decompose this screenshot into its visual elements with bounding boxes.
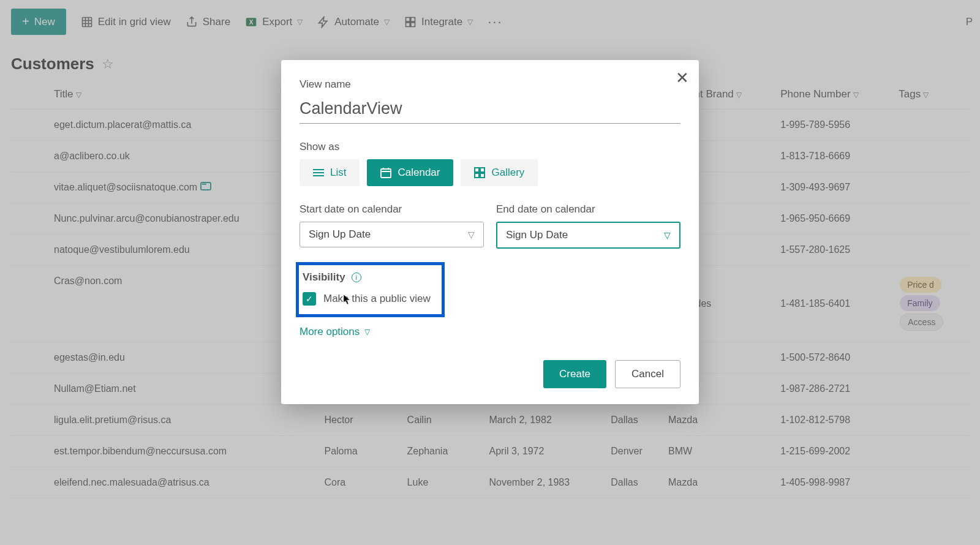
chevron-down-icon: ▽ xyxy=(468,230,475,239)
calendar-icon xyxy=(380,167,391,178)
view-name-input[interactable] xyxy=(300,97,680,124)
start-date-value: Sign Up Date xyxy=(309,228,371,241)
visibility-highlight: Visibility i ✓ Make this a public view xyxy=(296,262,445,317)
more-options-button[interactable]: More options ▽ xyxy=(300,326,680,338)
create-view-dialog: ✕ View name Show as List Calendar Galler… xyxy=(281,60,699,404)
chevron-down-icon: ▽ xyxy=(664,230,671,240)
start-date-select[interactable]: Sign Up Date ▽ xyxy=(300,222,484,247)
svg-rect-14 xyxy=(381,169,391,178)
info-icon[interactable]: i xyxy=(352,272,361,282)
end-date-label: End date on calendar xyxy=(496,203,680,216)
svg-rect-19 xyxy=(480,168,484,172)
svg-rect-20 xyxy=(475,173,479,178)
end-date-value: Sign Up Date xyxy=(506,229,568,241)
more-options-label: More options xyxy=(300,326,360,338)
view-name-label: View name xyxy=(300,78,680,91)
show-as-gallery-button[interactable]: Gallery xyxy=(461,159,538,186)
calendar-label: Calendar xyxy=(398,167,440,179)
show-as-list-button[interactable]: List xyxy=(300,159,360,186)
svg-rect-21 xyxy=(480,173,484,178)
show-as-calendar-button[interactable]: Calendar xyxy=(367,159,453,186)
modal-overlay: ✕ View name Show as List Calendar Galler… xyxy=(0,0,980,545)
visibility-label: Visibility xyxy=(303,271,345,284)
end-date-select[interactable]: Sign Up Date ▽ xyxy=(496,222,680,249)
chevron-down-icon: ▽ xyxy=(364,328,370,336)
show-as-label: Show as xyxy=(300,141,680,153)
svg-rect-18 xyxy=(475,168,479,172)
close-button[interactable]: ✕ xyxy=(676,69,689,88)
list-label: List xyxy=(330,167,346,179)
start-date-label: Start date on calendar xyxy=(300,203,484,216)
list-icon xyxy=(313,168,324,177)
cancel-button[interactable]: Cancel xyxy=(615,360,680,388)
public-view-checkbox[interactable]: ✓ xyxy=(303,292,316,306)
gallery-icon xyxy=(474,167,485,178)
public-view-label: Make this a public view xyxy=(323,293,431,305)
create-button[interactable]: Create xyxy=(543,360,606,388)
gallery-label: Gallery xyxy=(491,167,524,179)
